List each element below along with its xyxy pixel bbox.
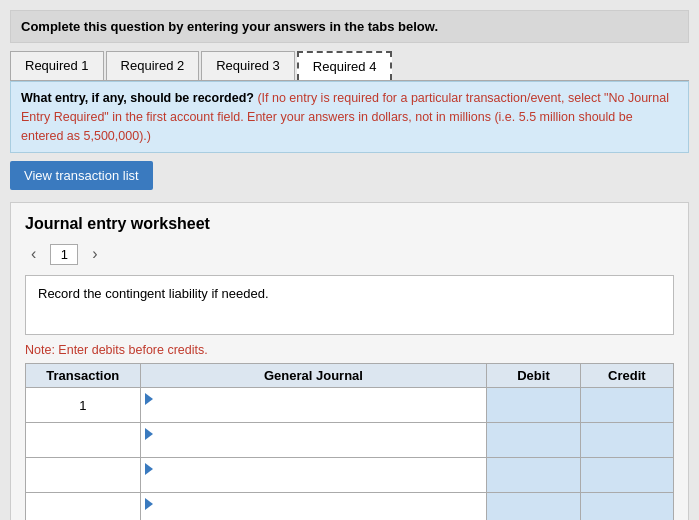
debit-input[interactable] <box>491 399 575 413</box>
transaction-cell <box>26 423 141 458</box>
journal-input[interactable] <box>145 441 483 455</box>
instruction-bar: Complete this question by entering your … <box>10 10 689 43</box>
blue-triangle-icon <box>145 463 153 475</box>
debit-input[interactable] <box>491 504 575 518</box>
instruction-text: Complete this question by entering your … <box>21 19 438 34</box>
col-header-transaction: Transaction <box>26 364 141 388</box>
question-box: What entry, if any, should be recorded? … <box>10 81 689 153</box>
blue-triangle-icon <box>145 393 153 405</box>
journal-cell[interactable] <box>140 458 487 493</box>
journal-cell[interactable] <box>140 493 487 520</box>
tabs-row: Required 1 Required 2 Required 3 Require… <box>10 51 689 81</box>
description-text: Record the contingent liability if neede… <box>38 286 269 301</box>
debit-input[interactable] <box>491 434 575 448</box>
journal-cell[interactable] <box>140 388 487 423</box>
credit-cell[interactable] <box>580 458 673 493</box>
credit-cell[interactable] <box>580 493 673 520</box>
page-number-box: 1 <box>50 244 78 265</box>
debit-input[interactable] <box>491 469 575 483</box>
journal-input[interactable] <box>145 511 483 520</box>
credit-cell[interactable] <box>580 388 673 423</box>
question-bold: What entry, if any, should be recorded? <box>21 91 254 105</box>
table-row <box>26 458 674 493</box>
debit-cell[interactable] <box>487 388 580 423</box>
credit-input[interactable] <box>585 399 669 413</box>
col-header-journal: General Journal <box>140 364 487 388</box>
col-header-credit: Credit <box>580 364 673 388</box>
table-row <box>26 423 674 458</box>
journal-input[interactable] <box>145 476 483 490</box>
debit-cell[interactable] <box>487 493 580 520</box>
tab-required-2[interactable]: Required 2 <box>106 51 200 80</box>
credit-input[interactable] <box>585 434 669 448</box>
next-arrow[interactable]: › <box>86 243 103 265</box>
table-row: 1 <box>26 388 674 423</box>
journal-table: Transaction General Journal Debit Credit… <box>25 363 674 520</box>
tab-required-4[interactable]: Required 4 <box>297 51 393 80</box>
blue-triangle-icon <box>145 498 153 510</box>
journal-input[interactable] <box>145 406 483 420</box>
credit-cell[interactable] <box>580 423 673 458</box>
blue-triangle-icon <box>145 428 153 440</box>
note-text: Note: Enter debits before credits. <box>25 343 674 357</box>
debit-cell[interactable] <box>487 423 580 458</box>
transaction-cell <box>26 458 141 493</box>
nav-row: ‹ 1 › <box>25 243 674 265</box>
worksheet-panel: Journal entry worksheet ‹ 1 › Record the… <box>10 202 689 520</box>
description-box: Record the contingent liability if neede… <box>25 275 674 335</box>
view-transaction-button[interactable]: View transaction list <box>10 161 153 190</box>
tab-required-1[interactable]: Required 1 <box>10 51 104 80</box>
table-row <box>26 493 674 520</box>
debit-cell[interactable] <box>487 458 580 493</box>
transaction-cell: 1 <box>26 388 141 423</box>
tab-required-3[interactable]: Required 3 <box>201 51 295 80</box>
col-header-debit: Debit <box>487 364 580 388</box>
credit-input[interactable] <box>585 504 669 518</box>
worksheet-title: Journal entry worksheet <box>25 215 674 233</box>
prev-arrow[interactable]: ‹ <box>25 243 42 265</box>
transaction-cell <box>26 493 141 520</box>
credit-input[interactable] <box>585 469 669 483</box>
journal-cell[interactable] <box>140 423 487 458</box>
